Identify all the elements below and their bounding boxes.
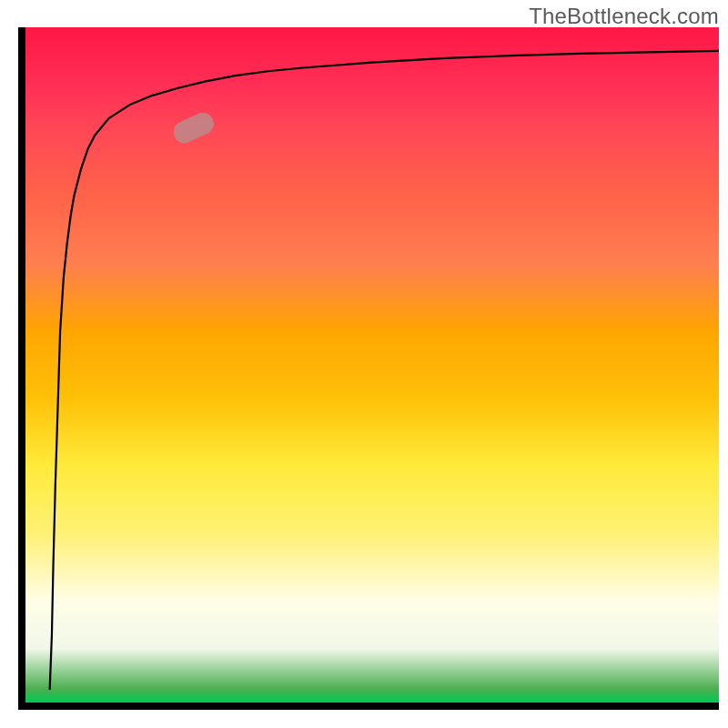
watermark-text: TheBottleneck.com — [529, 4, 719, 29]
curve-marker — [170, 109, 217, 147]
svg-rect-0 — [170, 109, 217, 147]
curve-layer — [25, 27, 719, 703]
plot-area — [18, 27, 719, 710]
chart-container: TheBottleneck.com — [0, 0, 728, 728]
bottleneck-curve — [50, 51, 719, 689]
